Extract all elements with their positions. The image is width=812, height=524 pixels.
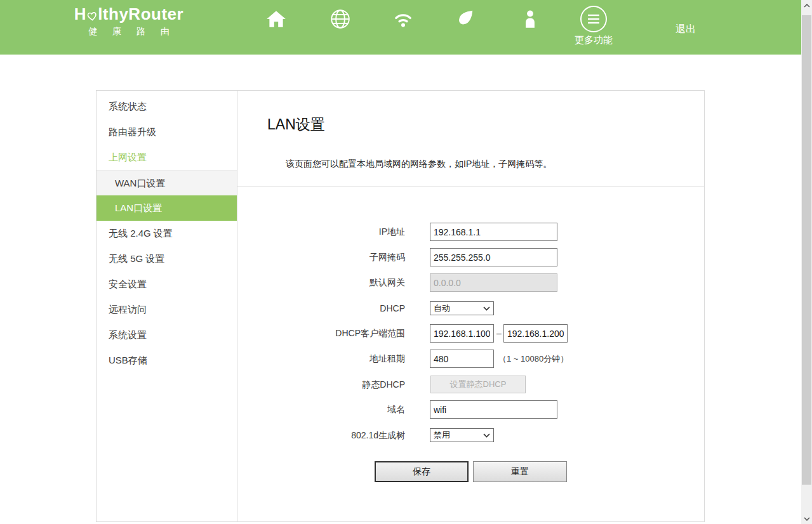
brand-logo: HlthyRouter 健 康 路 由 xyxy=(67,5,191,37)
more-functions-label[interactable]: 更多功能 xyxy=(556,34,632,46)
sidebar-item-system-settings[interactable]: 系统设置 xyxy=(97,322,237,348)
content-card: 系统状态 路由器升级 上网设置 WAN口设置 LAN口设置 无线 2.4G 设置… xyxy=(96,90,705,522)
scrollbar-thumb[interactable] xyxy=(802,15,811,485)
subnet-mask-field[interactable] xyxy=(430,248,557,266)
main-panel: LAN设置 该页面您可以配置本地局域网的网络参数，如IP地址，子网掩码等。 IP… xyxy=(237,91,704,521)
default-gateway-label: 默认网关 xyxy=(237,273,405,292)
logout-button[interactable]: 退出 xyxy=(676,23,696,36)
form-row-lease: 地址租期 （1 ~ 10080分钟） xyxy=(237,350,704,368)
dhcp-range-start-field[interactable] xyxy=(430,324,494,343)
form-row-dhcp: DHCP 自动 xyxy=(237,301,704,315)
ip-address-label: IP地址 xyxy=(237,223,405,241)
reset-button[interactable]: 重置 xyxy=(473,461,567,482)
form-row-static-dhcp: 静态DHCP 设置静态DHCP xyxy=(237,376,704,393)
spanning-tree-selected-value: 禁用 xyxy=(434,429,450,441)
range-separator: – xyxy=(495,324,503,343)
chevron-down-icon xyxy=(483,433,490,438)
sidebar-menu: 系统状态 路由器升级 上网设置 WAN口设置 LAN口设置 无线 2.4G 设置… xyxy=(97,91,237,521)
form-row-dhcp-range: DHCP客户端范围 – xyxy=(237,324,704,343)
heart-icon xyxy=(85,7,100,26)
sidebar-item-router-upgrade[interactable]: 路由器升级 xyxy=(97,119,237,145)
brand-subtitle: 健 康 路 由 xyxy=(73,25,191,37)
dhcp-label: DHCP xyxy=(237,301,405,315)
section-divider xyxy=(237,187,704,187)
sidebar-item-internet-settings[interactable]: 上网设置 xyxy=(97,145,237,170)
scroll-down-icon[interactable] xyxy=(801,513,812,524)
dhcp-client-range-label: DHCP客户端范围 xyxy=(237,324,405,343)
sidebar-item-wireless-24g[interactable]: 无线 2.4G 设置 xyxy=(97,221,237,246)
domain-name-field[interactable] xyxy=(430,400,557,419)
dhcp-range-end-field[interactable] xyxy=(503,324,568,343)
form-actions: 保存 重置 xyxy=(237,461,704,482)
page-title: LAN设置 xyxy=(267,115,325,134)
brand-name-suffix: lthyRouter xyxy=(98,4,183,23)
configure-static-dhcp-button: 设置静态DHCP xyxy=(430,376,526,393)
form-row-domain: 域名 xyxy=(237,400,704,419)
spanning-tree-select[interactable]: 禁用 xyxy=(430,428,494,442)
lease-time-label: 地址租期 xyxy=(237,350,405,368)
save-button[interactable]: 保存 xyxy=(375,461,469,482)
subnet-mask-label: 子网掩码 xyxy=(237,248,405,266)
form-row-ip: IP地址 xyxy=(237,223,704,241)
spanning-tree-label: 802.1d生成树 xyxy=(237,428,405,442)
sidebar-item-system-status[interactable]: 系统状态 xyxy=(97,94,237,119)
more-menu-icon[interactable] xyxy=(580,5,608,33)
sidebar-item-usb-storage[interactable]: USB存储 xyxy=(97,348,237,373)
sidebar-item-security-settings[interactable]: 安全设置 xyxy=(97,272,237,297)
form-row-gateway: 默认网关 xyxy=(237,273,704,292)
router-admin-page: HlthyRouter 健 康 路 由 xyxy=(0,0,812,524)
nav-globe-icon[interactable] xyxy=(329,8,351,30)
lease-time-hint: （1 ~ 10080分钟） xyxy=(498,350,568,368)
brand-name-prefix: H xyxy=(74,4,86,23)
nav-wifi-icon[interactable] xyxy=(392,8,414,30)
lease-time-field[interactable] xyxy=(430,350,494,368)
header-bar: HlthyRouter 健 康 路 由 xyxy=(0,0,812,55)
page-description: 该页面您可以配置本地局域网的网络参数，如IP地址，子网掩码等。 xyxy=(286,159,552,170)
dhcp-mode-select[interactable]: 自动 xyxy=(430,301,494,315)
ip-address-field[interactable] xyxy=(430,223,557,241)
sidebar-item-remote-access[interactable]: 远程访问 xyxy=(97,297,237,322)
brand-name: HlthyRouter xyxy=(67,5,191,25)
nav-user-icon[interactable] xyxy=(519,8,541,30)
nav-leaf-icon[interactable] xyxy=(456,8,477,30)
domain-name-label: 域名 xyxy=(237,400,405,419)
form-row-stp: 802.1d生成树 禁用 xyxy=(237,428,704,442)
sidebar-item-wireless-5g[interactable]: 无线 5G 设置 xyxy=(97,246,237,272)
chevron-down-icon xyxy=(483,306,490,311)
scroll-up-icon[interactable] xyxy=(801,0,812,11)
sidebar-item-wan-settings[interactable]: WAN口设置 xyxy=(97,170,237,195)
default-gateway-field xyxy=(430,273,557,292)
nav-home-icon[interactable] xyxy=(265,8,287,30)
form-row-mask: 子网掩码 xyxy=(237,248,704,266)
sidebar-item-lan-settings[interactable]: LAN口设置 xyxy=(97,195,237,221)
dhcp-mode-selected-value: 自动 xyxy=(434,303,450,314)
static-dhcp-label: 静态DHCP xyxy=(237,376,405,393)
vertical-scrollbar[interactable] xyxy=(801,0,812,524)
